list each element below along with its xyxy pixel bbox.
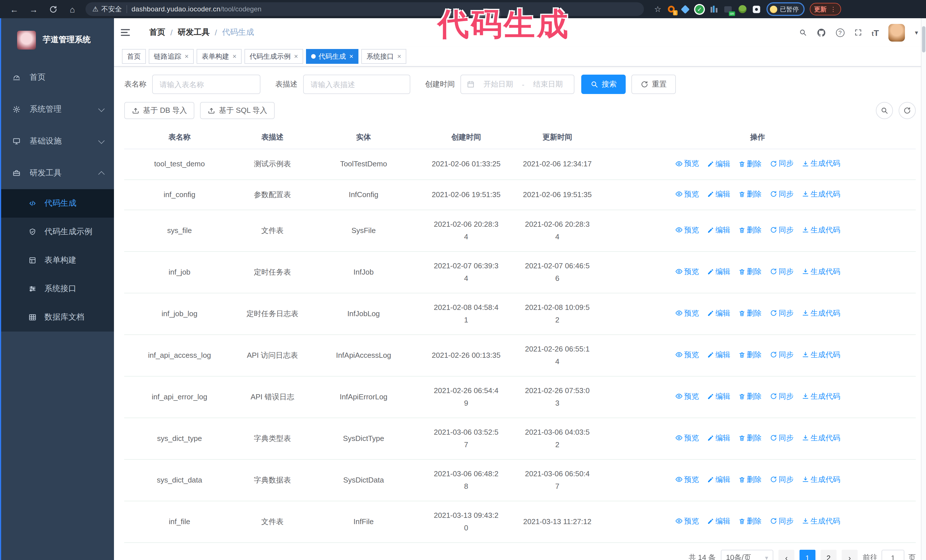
page-button-2[interactable]: 2	[820, 550, 837, 560]
tab-2[interactable]: 表单构建×	[197, 49, 242, 64]
generate-link[interactable]: 生成代码	[802, 349, 840, 361]
delete-link[interactable]: 删除	[738, 391, 762, 403]
update-button[interactable]: 更新⋮	[809, 3, 841, 15]
search-icon[interactable]	[799, 29, 806, 36]
extension-monkey-icon[interactable]	[738, 5, 747, 14]
close-icon[interactable]: ×	[185, 53, 189, 60]
tab-3[interactable]: 代码生成示例×	[244, 49, 303, 64]
import-sql-button[interactable]: 基于 SQL 导入	[200, 102, 275, 119]
edit-link[interactable]: 编辑	[707, 188, 730, 201]
generate-link[interactable]: 生成代码	[802, 432, 840, 444]
edit-link[interactable]: 编辑	[707, 432, 730, 445]
close-icon[interactable]: ×	[233, 53, 236, 60]
preview-link[interactable]: 预览	[675, 515, 699, 528]
sidebar-subitem-2[interactable]: 表单构建	[0, 246, 114, 275]
hamburger-icon[interactable]	[121, 23, 140, 42]
delete-link[interactable]: 删除	[738, 266, 762, 278]
breadcrumb-home[interactable]: 首页	[149, 27, 165, 38]
refresh-table-button[interactable]	[899, 102, 916, 119]
close-icon[interactable]: ×	[294, 53, 298, 60]
delete-link[interactable]: 删除	[738, 474, 762, 486]
help-icon[interactable]: ?	[836, 28, 844, 37]
sidebar-subitem-4[interactable]: 数据库文档	[0, 303, 114, 332]
tab-1[interactable]: 链路追踪×	[149, 49, 194, 64]
tab-4[interactable]: 代码生成×	[306, 49, 359, 64]
fullscreen-icon[interactable]	[854, 29, 862, 36]
sync-link[interactable]: 同步	[770, 349, 793, 361]
window-scrollbar[interactable]	[921, 18, 926, 560]
edit-link[interactable]: 编辑	[707, 515, 730, 528]
edit-link[interactable]: 编辑	[707, 224, 730, 237]
reset-button[interactable]: 重置	[631, 75, 676, 94]
browser-back-icon[interactable]: ←	[6, 2, 23, 17]
delete-link[interactable]: 删除	[738, 307, 762, 320]
address-bar[interactable]: ⚠不安全 dashboard.yudao.iocoder.cn/tool/cod…	[85, 2, 644, 16]
font-size-icon[interactable]: tT	[872, 28, 879, 37]
tab-5[interactable]: 系统接口×	[361, 49, 406, 64]
browser-forward-icon[interactable]: →	[25, 2, 42, 17]
delete-link[interactable]: 删除	[738, 224, 762, 237]
next-page-button[interactable]: ›	[842, 550, 858, 560]
generate-link[interactable]: 生成代码	[802, 157, 840, 170]
generate-link[interactable]: 生成代码	[802, 473, 840, 486]
sync-link[interactable]: 同步	[770, 515, 793, 528]
github-icon[interactable]	[816, 28, 826, 37]
prev-page-button[interactable]: ‹	[778, 550, 794, 560]
sync-link[interactable]: 同步	[770, 157, 793, 170]
preview-link[interactable]: 预览	[675, 473, 699, 486]
preview-link[interactable]: 预览	[675, 349, 699, 361]
extension-onbox-icon[interactable]: on	[723, 5, 732, 14]
page-size-select[interactable]: 10条/页▾	[721, 550, 773, 560]
edit-link[interactable]: 编辑	[707, 349, 730, 361]
sync-link[interactable]: 同步	[770, 224, 793, 236]
edit-link[interactable]: 编辑	[707, 474, 730, 486]
extension-columns-icon[interactable]	[709, 5, 718, 14]
import-db-button[interactable]: 基于 DB 导入	[124, 102, 195, 119]
delete-link[interactable]: 删除	[738, 188, 762, 201]
generate-link[interactable]: 生成代码	[802, 224, 840, 236]
date-range-picker[interactable]: 开始日期 - 结束日期	[460, 75, 574, 94]
sync-link[interactable]: 同步	[770, 390, 793, 403]
sidebar-subitem-1[interactable]: 代码生成示例	[0, 217, 114, 246]
delete-link[interactable]: 删除	[738, 157, 762, 170]
sync-link[interactable]: 同步	[770, 188, 793, 200]
logo-row[interactable]: 芋道管理系统	[0, 18, 114, 62]
delete-link[interactable]: 删除	[738, 349, 762, 361]
sidebar-item-2[interactable]: 基础设施	[0, 125, 114, 157]
sync-link[interactable]: 同步	[770, 307, 793, 320]
generate-link[interactable]: 生成代码	[802, 515, 840, 528]
sidebar-item-1[interactable]: 系统管理	[0, 94, 114, 125]
preview-link[interactable]: 预览	[675, 390, 699, 403]
scrollbar-thumb[interactable]	[922, 26, 925, 53]
paused-badge[interactable]: 已暂停	[766, 2, 804, 16]
preview-link[interactable]: 预览	[675, 188, 699, 200]
generate-link[interactable]: 生成代码	[802, 266, 840, 278]
extension-orange-icon[interactable]: 1	[666, 5, 676, 14]
sync-link[interactable]: 同步	[770, 473, 793, 486]
table-name-input[interactable]	[152, 75, 260, 94]
sidebar-item-0[interactable]: 首页	[0, 62, 114, 94]
preview-link[interactable]: 预览	[675, 157, 699, 170]
sync-link[interactable]: 同步	[770, 432, 793, 444]
preview-link[interactable]: 预览	[675, 224, 699, 236]
bookmark-star-icon[interactable]: ☆	[654, 5, 661, 14]
sidebar-subitem-0[interactable]: 代码生成	[0, 189, 114, 217]
start-date-placeholder[interactable]: 开始日期	[478, 79, 519, 89]
sidebar-item-3[interactable]: 研发工具	[0, 157, 114, 189]
end-date-placeholder[interactable]: 结束日期	[528, 79, 568, 89]
extension-gem-icon[interactable]	[681, 5, 690, 14]
sidebar-subitem-3[interactable]: 系统接口	[0, 275, 114, 303]
goto-page-input[interactable]	[882, 550, 904, 560]
browser-reload-icon[interactable]	[44, 2, 62, 17]
tab-0[interactable]: 首页	[122, 49, 146, 64]
preview-link[interactable]: 预览	[675, 432, 699, 444]
extensions-puzzle-icon[interactable]	[752, 5, 761, 14]
table-desc-input[interactable]	[303, 75, 410, 94]
preview-link[interactable]: 预览	[675, 307, 699, 320]
breadcrumb-dev-tools[interactable]: 研发工具	[178, 27, 210, 38]
sync-link[interactable]: 同步	[770, 266, 793, 278]
search-button[interactable]: 搜索	[581, 75, 626, 94]
page-button-1[interactable]: 1	[799, 550, 816, 560]
browser-menu-icon[interactable]: ⋮	[830, 5, 836, 13]
delete-link[interactable]: 删除	[738, 515, 762, 528]
